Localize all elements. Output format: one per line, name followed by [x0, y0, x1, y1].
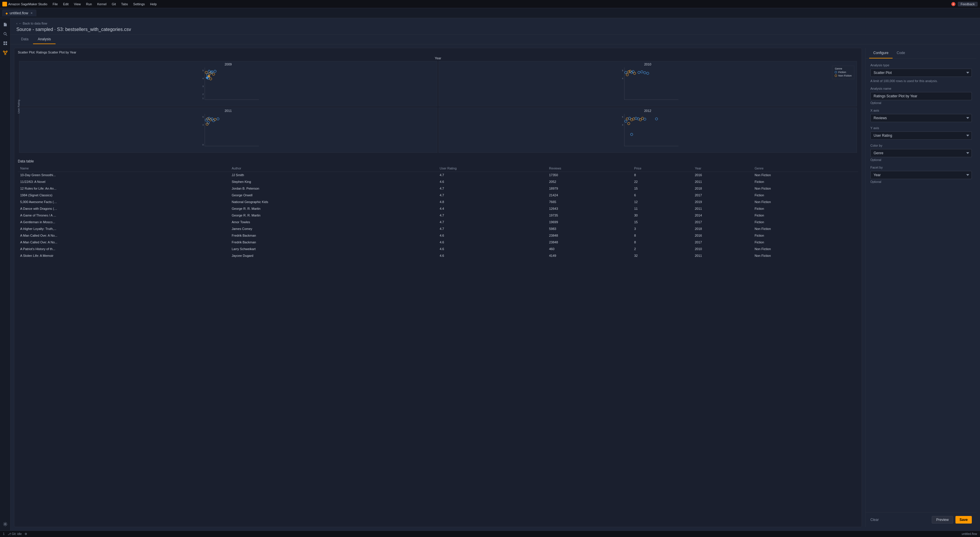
limit-text: A limit of 100,000 rows is used for this… [870, 79, 972, 83]
status-left: 1 ⎇ Git: idle ⚙ [3, 532, 27, 535]
sidebar-icon-graph[interactable] [1, 49, 10, 57]
analysis-name-hint: Optional [870, 102, 972, 105]
menu-run[interactable]: Run [84, 2, 94, 6]
svg-point-77 [628, 122, 630, 125]
clear-button[interactable]: Clear [870, 518, 879, 522]
sidebar-icon-extensions[interactable] [1, 39, 10, 47]
facet-by-label: Facet by [870, 166, 972, 169]
config-tab-code[interactable]: Code [892, 48, 909, 59]
flow-tab-icon: ◆ [6, 12, 8, 15]
table-row: A Dance with Dragons (…George R. R. Mart… [18, 205, 858, 212]
svg-point-74 [641, 117, 644, 119]
menu-file[interactable]: File [50, 2, 60, 6]
menu-tabs[interactable]: Tabs [119, 2, 130, 6]
svg-point-71 [635, 117, 637, 119]
back-arrow-icon: ‹ [16, 22, 18, 25]
year-label-2009: 2009 [19, 61, 437, 66]
svg-point-70 [633, 118, 635, 120]
col-reviews[interactable]: Reviews [547, 165, 632, 172]
content-header: ‹ ← Back to data flow Source - sampled ·… [11, 18, 980, 35]
menu-bar-right: 4 Feedback [951, 2, 978, 6]
menu-bar: Amazon SageMaker Studio File Edit View R… [0, 0, 980, 8]
scatter-panel-2012: 2012 5 4 [439, 108, 857, 153]
menu-edit[interactable]: Edit [61, 2, 71, 6]
x-axis-select[interactable]: ReviewsUser RatingPriceYear [870, 114, 972, 122]
svg-text:3: 3 [203, 85, 204, 87]
svg-line-1 [6, 35, 7, 36]
tab-analysis[interactable]: Analysis [33, 35, 56, 44]
status-settings-icon[interactable]: ⚙ [25, 532, 27, 535]
svg-point-62 [217, 118, 219, 120]
flow-tab[interactable]: ◆ untitled.flow × [2, 10, 36, 16]
analysis-name-input[interactable] [870, 92, 972, 100]
scatter-panel-2011: 2011 5 4 0 [19, 108, 438, 153]
legend-item-nonfiction: Non Fiction [835, 74, 852, 77]
legend-fiction-label: Fiction [838, 71, 846, 74]
col-rating[interactable]: User Rating [438, 165, 547, 172]
facet-by-hint: Optional [870, 180, 972, 183]
status-number: 1 [3, 532, 5, 535]
scatter-svg-2011: 5 4 0 [19, 113, 437, 149]
left-sidebar [0, 18, 11, 531]
fiction-dot [835, 71, 837, 73]
facet-by-field: Facet by YearGenreAuthorNone Optional [870, 166, 972, 183]
status-bar: 1 ⎇ Git: idle ⚙ untitled.flow [0, 531, 980, 537]
svg-point-67 [626, 118, 628, 120]
table-row: 12 Rules for Life: An An...Jordan B. Pet… [18, 185, 858, 192]
page-title: Source - sampled · S3: bestsellers_with_… [16, 27, 974, 32]
col-year[interactable]: Year [692, 165, 752, 172]
table-row: A Patriot's History of th...Larry Schwei… [18, 246, 858, 253]
x-axis-field: X axis ReviewsUser RatingPriceYear [870, 109, 972, 122]
year-label-2010: 2010 [439, 61, 857, 66]
col-name[interactable]: Name [18, 165, 229, 172]
app-title-text: Amazon SageMaker Studio [8, 2, 47, 6]
svg-text:5: 5 [203, 116, 204, 118]
svg-point-25 [213, 73, 215, 75]
facet-by-select[interactable]: YearGenreAuthorNone [870, 171, 972, 179]
col-genre[interactable]: Genre [752, 165, 858, 172]
col-price[interactable]: Price [632, 165, 692, 172]
back-link[interactable]: ‹ ← Back to data flow [16, 22, 974, 25]
config-footer: Clear Preview Save [866, 512, 977, 527]
feedback-button[interactable]: Feedback [958, 2, 978, 6]
legend-title: Genre [835, 67, 852, 70]
table-row: A Stolen Life: A MemoirJaycee Dugard4.64… [18, 253, 858, 259]
table-row: A Man Called Ove: A No...Fredrik Backman… [18, 232, 858, 239]
col-author[interactable]: Author [229, 165, 438, 172]
y-axis-label: Y axis [870, 126, 972, 130]
color-by-select[interactable]: GenreYearAuthorNone [870, 149, 972, 157]
svg-point-37 [628, 71, 630, 73]
x-axis-label: X axis [870, 109, 972, 112]
save-button[interactable]: Save [955, 516, 972, 524]
sidebar-icon-file[interactable] [1, 21, 10, 29]
scatter-svg-2012: 5 4 [439, 113, 857, 149]
menu-settings[interactable]: Settings [131, 2, 147, 6]
svg-point-42 [638, 71, 640, 74]
table-row: 1984 (Signet Classics)George Orwell4.721… [18, 192, 858, 199]
tab-data[interactable]: Data [16, 35, 33, 44]
color-by-hint: Optional [870, 158, 972, 162]
svg-text:4: 4 [203, 124, 204, 126]
svg-text:5: 5 [622, 70, 623, 71]
svg-text:0: 0 [203, 144, 204, 146]
legend-nonfiction-label: Non Fiction [838, 74, 852, 77]
preview-button[interactable]: Preview [932, 516, 953, 524]
analysis-area: Scatter Plot: Ratings Scatter Plot by Ye… [11, 44, 980, 531]
y-axis-select[interactable]: User RatingReviewsPriceYear [870, 132, 972, 140]
menu-git[interactable]: Git [109, 2, 118, 6]
app-title: Amazon SageMaker Studio [2, 2, 47, 6]
scatter-panel-2010: 2010 5 4 [439, 61, 857, 106]
config-tab-configure[interactable]: Configure [869, 48, 892, 59]
svg-point-9 [5, 54, 6, 55]
menu-kernel[interactable]: Kernel [95, 2, 109, 6]
sidebar-icon-tools[interactable] [1, 520, 10, 528]
svg-point-54 [208, 117, 210, 119]
chart-panel: Scatter Plot: Ratings Scatter Plot by Ye… [14, 48, 862, 527]
table-row: A Higher Loyalty: Truth,...James Comey4.… [18, 226, 858, 232]
menu-view[interactable]: View [72, 2, 83, 6]
menu-help[interactable]: Help [148, 2, 159, 6]
close-tab-button[interactable]: × [30, 11, 33, 15]
sidebar-icon-search[interactable] [1, 30, 10, 38]
analysis-type-select[interactable]: Scatter PlotHistogramBox PlotLine Chart [870, 69, 972, 77]
table-row: A Game of Thrones / A ...George R. R. Ma… [18, 212, 858, 219]
